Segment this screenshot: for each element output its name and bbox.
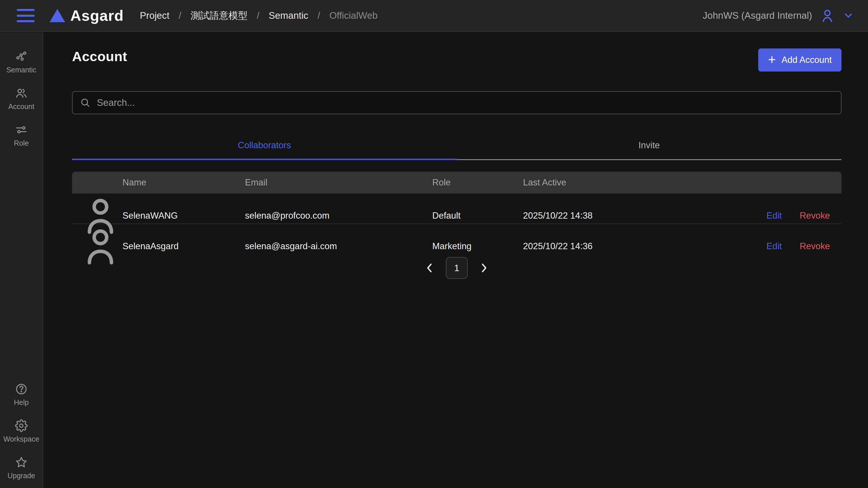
search-bar xyxy=(72,91,841,114)
upgrade-star-icon xyxy=(15,456,28,469)
breadcrumb-item-project[interactable]: Project xyxy=(140,10,169,21)
breadcrumb-item-semantic[interactable]: Semantic xyxy=(269,10,308,21)
search-input[interactable] xyxy=(97,97,833,108)
account-people-icon xyxy=(15,87,28,99)
cell-name: SelenaAsgard xyxy=(122,241,245,252)
page-header: Account + Add Account xyxy=(72,49,841,71)
edit-link[interactable]: Edit xyxy=(766,241,781,252)
cell-last-active: 2025/10/22 14:36 xyxy=(523,241,735,252)
sidebar-item-semantic[interactable]: Semantic xyxy=(0,50,43,74)
cell-role: Marketing xyxy=(432,241,523,252)
topbar-user-area: JohnWS (Asgard Internal) xyxy=(703,8,854,23)
column-header-role: Role xyxy=(432,177,523,188)
pagination: 1 xyxy=(72,257,841,279)
column-header-last-active: Last Active xyxy=(523,177,735,188)
sidebar-item-label: Upgrade xyxy=(7,471,35,480)
table-header-row: Name Email Role Last Active xyxy=(72,172,841,194)
help-circle-icon xyxy=(15,383,28,395)
chevron-down-icon[interactable] xyxy=(843,10,854,21)
breadcrumb-item-officialweb: OfficialWeb xyxy=(330,10,378,21)
logo-text: Asgard xyxy=(70,7,124,24)
sidebar-item-help[interactable]: Help xyxy=(0,383,43,407)
sidebar-item-workspace[interactable]: Workspace xyxy=(0,419,43,443)
sidebar-item-account[interactable]: Account xyxy=(0,87,43,111)
topbar: Asgard Project / 測試語意模型 / Semantic / Off… xyxy=(0,0,868,32)
row-avatar-cell xyxy=(72,224,122,268)
cell-email: selena@profcoo.com xyxy=(245,210,432,221)
sidebar-footer: Help Workspace Upgrade xyxy=(0,383,43,480)
column-header-name: Name xyxy=(122,177,245,188)
sidebar-item-role[interactable]: Role xyxy=(0,123,43,147)
tab-collaborators[interactable]: Collaborators xyxy=(72,133,457,160)
cell-role: Default xyxy=(432,210,523,221)
sidebar-item-upgrade[interactable]: Upgrade xyxy=(0,456,43,480)
row-actions: Edit Revoke xyxy=(735,241,841,252)
row-actions: Edit Revoke xyxy=(735,210,841,221)
sidebar: Semantic Account Role xyxy=(0,32,43,488)
prev-page-button[interactable] xyxy=(423,262,436,274)
main-content: Account + Add Account Collaborators Invi… xyxy=(44,32,868,488)
sidebar-item-label: Semantic xyxy=(6,66,36,74)
hamburger-menu-icon[interactable] xyxy=(17,9,35,22)
page-title: Account xyxy=(72,49,127,64)
sidebar-item-label: Help xyxy=(14,398,29,407)
column-header-email: Email xyxy=(245,177,432,188)
add-account-label: Add Account xyxy=(781,55,832,65)
plus-icon: + xyxy=(768,53,776,66)
page-number-button[interactable]: 1 xyxy=(446,257,468,279)
sidebar-item-label: Workspace xyxy=(3,435,39,443)
person-avatar-icon xyxy=(79,224,122,268)
app-logo[interactable]: Asgard xyxy=(50,7,124,24)
sidebar-item-label: Role xyxy=(14,139,29,147)
sidebar-item-label: Account xyxy=(8,103,34,111)
revoke-link[interactable]: Revoke xyxy=(800,210,830,221)
role-sliders-icon xyxy=(15,123,28,136)
revoke-link[interactable]: Revoke xyxy=(800,241,830,252)
table-row: SelenaWANG selena@profcoo.com Default 20… xyxy=(72,194,841,224)
cell-name: SelenaWANG xyxy=(122,210,245,221)
user-name-label: JohnWS (Asgard Internal) xyxy=(703,10,812,21)
semantic-graph-icon xyxy=(15,50,28,63)
breadcrumb-separator: / xyxy=(179,10,181,21)
sidebar-nav: Semantic Account Role xyxy=(0,50,43,147)
asgard-app: Asgard Project / 測試語意模型 / Semantic / Off… xyxy=(0,0,868,488)
breadcrumb-separator: / xyxy=(317,10,320,21)
cell-last-active: 2025/10/22 14:38 xyxy=(523,210,735,221)
search-icon xyxy=(80,97,91,108)
tab-bar: Collaborators Invite xyxy=(72,133,841,160)
table-row: SelenaAsgard selena@asgard-ai.com Market… xyxy=(72,224,841,255)
tab-invite[interactable]: Invite xyxy=(457,133,841,160)
add-account-button[interactable]: + Add Account xyxy=(758,49,841,71)
user-avatar-icon[interactable] xyxy=(819,8,835,23)
collaborators-table: Name Email Role Last Active SelenaWANG s… xyxy=(72,172,841,255)
logo-triangle-icon xyxy=(50,9,65,22)
next-page-button[interactable] xyxy=(477,262,490,274)
edit-link[interactable]: Edit xyxy=(766,210,781,221)
workspace-gear-icon xyxy=(15,419,28,432)
breadcrumb-separator: / xyxy=(257,10,259,21)
breadcrumb-item-model[interactable]: 測試語意模型 xyxy=(190,9,248,22)
cell-email: selena@asgard-ai.com xyxy=(245,241,432,252)
breadcrumb: Project / 測試語意模型 / Semantic / OfficialWe… xyxy=(140,9,377,22)
